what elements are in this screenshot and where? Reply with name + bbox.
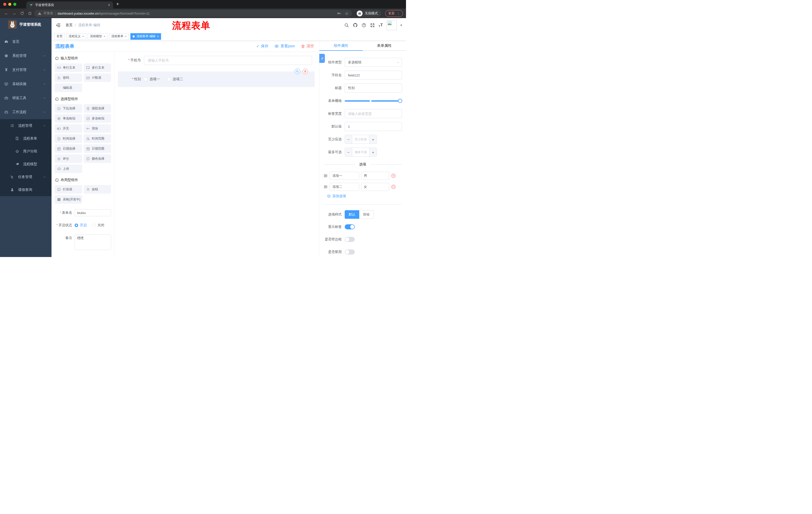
style-default-button[interactable]: 默认 <box>345 210 359 219</box>
avatar[interactable] <box>387 20 397 30</box>
sidebar-item-user-group[interactable]: 用户分组 <box>0 145 52 158</box>
tag-process-model[interactable]: 流程模型× <box>88 33 108 40</box>
border-toggle[interactable] <box>345 237 355 242</box>
remove-option-icon[interactable] <box>391 184 396 189</box>
github-icon[interactable] <box>353 23 358 28</box>
avatar-caret-icon[interactable]: ▾ <box>401 23 402 27</box>
search-icon[interactable] <box>344 23 349 28</box>
tag-close-icon[interactable]: × <box>82 35 84 38</box>
component-switch[interactable]: 开关 <box>55 124 82 133</box>
tag-process-definition[interactable]: 流程定义× <box>66 33 86 40</box>
decrease-button[interactable]: − <box>345 135 352 143</box>
copy-field-button[interactable] <box>295 69 300 74</box>
back-icon[interactable]: ← <box>3 11 10 16</box>
component-row-container[interactable]: 行容器 <box>55 185 82 194</box>
minimize-window-button[interactable] <box>8 3 11 6</box>
sidebar-item-system[interactable]: 系统管理 <box>0 49 52 63</box>
component-upload[interactable]: 上传 <box>55 164 82 173</box>
home-icon[interactable] <box>26 11 33 15</box>
increase-button[interactable]: + <box>369 148 377 156</box>
tag-home[interactable]: 首页 <box>54 33 65 40</box>
option2-label-input[interactable] <box>330 183 359 191</box>
disabled-toggle[interactable] <box>345 249 355 254</box>
security-label[interactable]: 不安全 <box>44 11 53 16</box>
component-color-picker[interactable]: 颜色选择 <box>84 154 111 163</box>
component-checkbox-group[interactable]: 多选框组 <box>84 114 111 123</box>
tag-process-form[interactable]: 流程表单× <box>109 33 129 40</box>
clear-button[interactable]: 清空 <box>301 44 314 49</box>
address-bar[interactable]: 不安全 dashboard.yudao.iocoder.cn/bpm/manag… <box>34 10 352 17</box>
canvas-field-phone[interactable]: *手机号 <box>118 56 315 65</box>
help-icon[interactable] <box>361 23 366 28</box>
component-type-select[interactable] <box>345 58 402 67</box>
component-password[interactable]: 密码 <box>55 74 82 82</box>
min-select-input[interactable] <box>352 135 369 143</box>
link-handle[interactable] <box>319 54 325 63</box>
sidebar-item-devtools[interactable]: 研发工具 <box>0 91 52 105</box>
sidebar-collapse-icon[interactable] <box>54 22 62 29</box>
sidebar-item-leave-query[interactable]: 请假查询 <box>0 183 52 196</box>
slider-track[interactable] <box>345 100 400 102</box>
sidebar-logo[interactable]: 芋道管理系统 <box>0 18 52 31</box>
status-on-radio[interactable]: 开启 <box>75 223 87 227</box>
gender-option1-checkbox[interactable]: 选项一 <box>144 77 160 81</box>
component-counter[interactable]: 123计数器 <box>84 74 111 82</box>
fullscreen-icon[interactable] <box>370 23 375 28</box>
max-select-input[interactable] <box>352 148 369 156</box>
tab-form-props[interactable]: 表单属性 <box>363 41 406 50</box>
checkbox-square[interactable] <box>167 77 171 81</box>
password-key-icon[interactable] <box>337 11 341 15</box>
component-editor[interactable]: 编辑器 <box>55 83 82 92</box>
component-date-picker[interactable]: 日期选择 <box>55 144 82 153</box>
component-slider[interactable]: 滑块 <box>84 124 111 133</box>
bookmark-star-icon[interactable]: ☆ <box>345 11 348 16</box>
sidebar-item-process-model[interactable]: 流程模型 <box>0 158 52 170</box>
drag-handle-icon[interactable] <box>323 173 328 178</box>
component-time-picker[interactable]: 时间选择 <box>55 134 82 143</box>
gender-option2-checkbox[interactable]: 选项二 <box>167 77 183 81</box>
form-name-input[interactable] <box>75 209 111 216</box>
sidebar-item-payment[interactable]: ¥ 支付管理 <box>0 63 52 77</box>
browser-update-button[interactable]: 更新 ⋮ <box>385 10 403 17</box>
view-json-button[interactable]: 查看json <box>274 44 295 49</box>
component-date-range[interactable]: 日期范围 <box>84 144 111 153</box>
phone-input[interactable] <box>144 56 312 65</box>
component-rate[interactable]: 评分 <box>55 154 82 163</box>
remove-option-icon[interactable] <box>391 173 396 178</box>
sidebar-item-process-manage[interactable]: 流程管理 <box>0 119 52 132</box>
save-button[interactable]: ✓保存 <box>256 44 268 49</box>
component-type-value[interactable] <box>345 58 402 67</box>
field-name-input[interactable] <box>345 71 402 80</box>
tab-close-icon[interactable]: × <box>108 3 110 7</box>
component-time-range[interactable]: 时间范围 <box>84 134 111 143</box>
delete-field-button[interactable] <box>302 69 308 74</box>
component-dropdown-select[interactable]: 下拉选择 <box>55 104 82 113</box>
sidebar-item-workflow[interactable]: 工作流程 <box>0 105 52 119</box>
canvas-field-gender-selected[interactable]: *性别 选项一 选项二 <box>118 72 315 87</box>
sidebar-item-process-form[interactable]: 流程表单 <box>0 132 52 145</box>
component-button[interactable]: 按钮 <box>84 185 111 194</box>
option1-value-input[interactable] <box>361 172 389 180</box>
form-canvas[interactable]: *手机号 *性别 选项一 选项二 <box>114 52 319 257</box>
show-label-toggle[interactable] <box>345 224 355 229</box>
component-multi-line-text[interactable]: 多行文本 <box>84 63 111 72</box>
default-value-input[interactable] <box>345 122 402 131</box>
slider-handle[interactable] <box>398 99 402 103</box>
browser-menu-icon[interactable]: ⋮ <box>397 11 400 15</box>
title-input[interactable] <box>345 83 402 92</box>
form-grid-slider[interactable] <box>345 96 402 105</box>
tag-close-icon[interactable]: × <box>157 35 159 38</box>
sidebar-item-task-manage[interactable]: 任务管理 <box>0 170 52 183</box>
label-width-input[interactable] <box>345 109 402 118</box>
option2-value-input[interactable] <box>361 183 389 191</box>
component-cascader[interactable]: 级联选择 <box>84 104 111 113</box>
decrease-button[interactable]: − <box>345 148 352 156</box>
drag-handle-icon[interactable] <box>323 185 328 189</box>
tag-process-form-edit[interactable]: 流程表单-编辑× <box>130 33 161 40</box>
url-text[interactable]: dashboard.yudao.iocoder.cn/bpm/manager/f… <box>58 11 150 15</box>
component-single-line-text[interactable]: 单行文本 <box>55 63 82 72</box>
increase-button[interactable]: + <box>369 135 377 143</box>
sidebar-item-home[interactable]: 首页 <box>0 35 52 49</box>
tag-close-icon[interactable]: × <box>104 35 105 38</box>
font-size-icon[interactable]: TT <box>379 23 383 28</box>
